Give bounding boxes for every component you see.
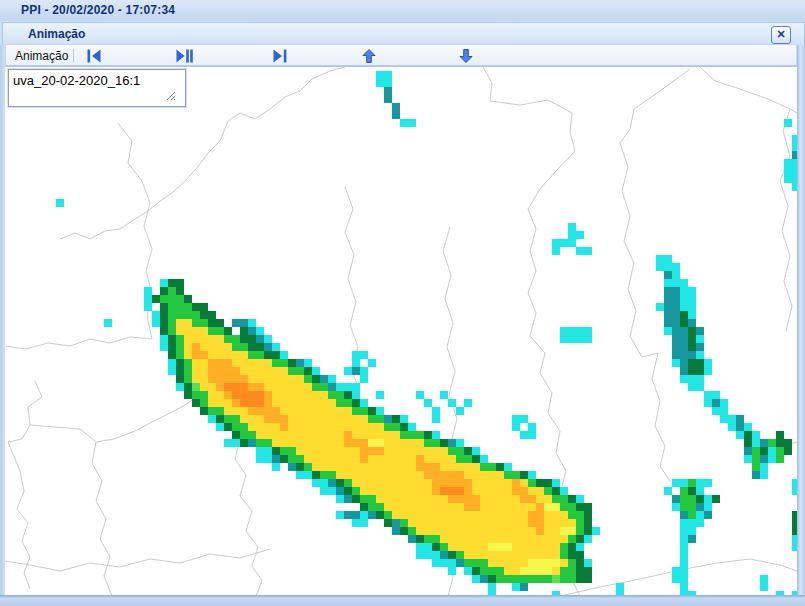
radar-cell (664, 311, 672, 319)
radar-cell (552, 495, 560, 503)
panel-border-bottom[interactable] (0, 595, 805, 606)
radar-cell (520, 479, 528, 487)
radar-cell (552, 535, 560, 543)
radar-cell (376, 495, 384, 503)
radar-cell (264, 423, 272, 431)
radar-cell (288, 391, 296, 399)
radar-cell (352, 487, 360, 495)
radar-cell (704, 399, 712, 407)
radar-cell (184, 367, 192, 375)
speed-up-button[interactable] (358, 48, 380, 64)
radar-cell (688, 535, 696, 543)
radar-cell (496, 551, 504, 559)
radar-cell (488, 527, 496, 535)
radar-cell (336, 423, 344, 431)
radar-cell (464, 455, 472, 463)
radar-cell (408, 511, 416, 519)
radar-cell (168, 319, 176, 327)
skip-to-last-button[interactable] (269, 48, 291, 64)
radar-cell (312, 431, 320, 439)
radar-cell (552, 487, 560, 495)
radar-cell (328, 447, 336, 455)
radar-cell (752, 471, 760, 479)
radar-cell (168, 335, 176, 343)
radar-cell (296, 367, 304, 375)
radar-cell (784, 439, 792, 447)
radar-cell (520, 487, 528, 495)
close-button[interactable]: ✕ (771, 26, 791, 44)
radar-cell (272, 447, 280, 455)
radar-cell (240, 351, 248, 359)
radar-cell (736, 431, 744, 439)
radar-cell (336, 439, 344, 447)
radar-cell (216, 343, 224, 351)
radar-cell (504, 463, 512, 471)
radar-cell (216, 367, 224, 375)
radar-cell (160, 327, 168, 335)
radar-cell (512, 551, 520, 559)
radar-cell (568, 535, 576, 543)
window-titlebar[interactable]: PPI - 20/02/2020 - 17:07:34 (0, 0, 805, 22)
radar-cell (696, 351, 704, 359)
radar-cell (520, 535, 528, 543)
speed-down-button[interactable] (455, 48, 477, 64)
radar-cell (744, 423, 752, 431)
radar-cell (456, 487, 464, 495)
radar-cell (680, 567, 688, 575)
radar-cell (560, 559, 568, 567)
radar-cell (464, 399, 472, 407)
play-pause-button[interactable] (174, 48, 196, 64)
radar-cell (416, 487, 424, 495)
radar-cell (264, 447, 272, 455)
radar-cell (720, 415, 728, 423)
radar-map[interactable] (5, 66, 797, 596)
radar-cell (360, 423, 368, 431)
radar-cell (352, 407, 360, 415)
radar-cell (424, 503, 432, 511)
radar-cell (464, 479, 472, 487)
radar-cell (328, 407, 336, 415)
radar-cell (400, 519, 408, 527)
radar-cell (520, 527, 528, 535)
radar-cell (448, 487, 456, 495)
radar-cell (200, 351, 208, 359)
radar-cell (376, 439, 384, 447)
radar-cell (456, 439, 464, 447)
radar-cell (184, 295, 192, 303)
radar-cell (480, 511, 488, 519)
radar-cell (536, 527, 544, 535)
radar-cell (224, 423, 232, 431)
radar-cell (168, 279, 176, 287)
radar-cell (688, 479, 696, 487)
radar-cell (432, 407, 440, 415)
radar-cell (672, 303, 680, 311)
frame-label-input[interactable] (8, 69, 186, 107)
radar-cell (312, 383, 320, 391)
radar-cell (736, 415, 744, 423)
radar-cell (336, 511, 344, 519)
radar-cell (256, 351, 264, 359)
panel-border-right[interactable] (797, 45, 805, 606)
radar-cell (672, 319, 680, 327)
radar-cell (304, 415, 312, 423)
radar-cell (776, 455, 784, 463)
radar-cell (456, 535, 464, 543)
radar-cell (584, 247, 592, 255)
radar-cell (568, 543, 576, 551)
radar-cell (712, 495, 720, 503)
radar-cell (376, 415, 384, 423)
radar-cell (304, 463, 312, 471)
radar-cell (528, 551, 536, 559)
radar-cell (480, 463, 488, 471)
radar-cell (248, 431, 256, 439)
radar-cell (520, 511, 528, 519)
radar-cell (544, 479, 552, 487)
radar-cell (464, 527, 472, 535)
radar-cell (664, 255, 672, 263)
radar-cell (384, 471, 392, 479)
radar-cell (704, 503, 712, 511)
radar-cell (336, 415, 344, 423)
radar-cell (272, 455, 280, 463)
radar-cell (352, 495, 360, 503)
skip-to-first-button[interactable] (83, 48, 105, 64)
